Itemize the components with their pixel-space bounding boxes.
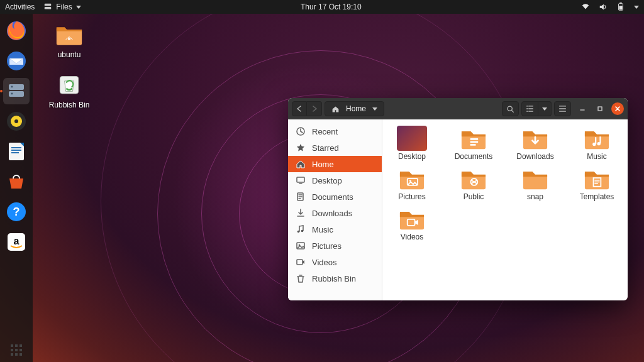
music-icon [296, 224, 306, 234]
file-item-documents[interactable]: Documents [449, 126, 498, 161]
sidebar-item-label: Home [312, 160, 334, 169]
volume-icon[interactable] [599, 3, 608, 11]
sidebar-item-downloads[interactable]: Downloads [288, 205, 382, 221]
svg-rect-4 [619, 3, 622, 4]
sidebar-item-pictures[interactable]: Pictures [288, 238, 382, 254]
file-item-label: Music [572, 152, 621, 161]
folder-templates-icon [582, 166, 612, 191]
dock-amazon[interactable]: a [3, 229, 30, 255]
folder-videos-icon [397, 206, 427, 231]
trash-icon [296, 273, 306, 283]
files-content[interactable]: DesktopDocumentsDownloadsMusicPicturesPu… [382, 119, 628, 300]
files-app-icon [43, 3, 52, 11]
files-sidebar: RecentStarredHomeDesktopDocumentsDownloa… [288, 119, 382, 300]
file-item-templates[interactable]: Templates [572, 166, 621, 201]
svg-rect-16 [11, 150, 21, 151]
folder-home-icon [55, 23, 83, 48]
trash-icon [55, 73, 83, 98]
files-titlebar: Home [288, 98, 628, 119]
file-item-label: Templates [572, 192, 621, 201]
desktop-home-label: ubuntu [44, 50, 94, 59]
path-chevron-icon [372, 107, 377, 111]
file-item-label: Public [449, 192, 498, 201]
svg-rect-8 [9, 91, 24, 97]
file-item-videos[interactable]: Videos [387, 206, 436, 241]
window-close-button[interactable] [611, 102, 624, 115]
file-item-snap[interactable]: snap [511, 166, 560, 201]
svg-point-10 [11, 93, 13, 95]
dock-rhythmbox[interactable] [3, 108, 30, 134]
window-maximize-button[interactable] [594, 102, 606, 115]
files-window: Home RecentStarredHomeDesktopDocumentsDo… [288, 98, 628, 300]
folder-plain-icon [520, 166, 550, 191]
desktop-icon [296, 175, 306, 185]
sidebar-item-label: Starred [312, 143, 339, 153]
folder-public-icon [458, 166, 489, 191]
desktop-trash[interactable]: Rubbish Bin [44, 73, 94, 109]
file-item-desktop[interactable]: Desktop [387, 126, 436, 161]
desktop-home-folder[interactable]: ubuntu [44, 23, 94, 59]
sidebar-item-label: Recent [312, 127, 338, 136]
svg-point-9 [11, 86, 13, 88]
svg-rect-0 [45, 4, 52, 6]
file-item-public[interactable]: Public [449, 166, 498, 201]
dock-libreoffice-writer[interactable] [3, 138, 30, 165]
sidebar-item-desktop[interactable]: Desktop [288, 172, 382, 189]
home-icon [296, 159, 306, 169]
file-item-pictures[interactable]: Pictures [387, 166, 436, 201]
file-item-downloads[interactable]: Downloads [511, 126, 560, 161]
file-item-label: Downloads [511, 152, 560, 161]
hamburger-menu-button[interactable] [554, 101, 571, 116]
file-item-music[interactable]: Music [572, 126, 621, 161]
battery-icon[interactable] [616, 3, 625, 11]
sidebar-item-videos[interactable]: Videos [288, 254, 382, 270]
search-button[interactable] [502, 101, 519, 116]
sidebar-item-starred[interactable]: Starred [288, 140, 382, 156]
dock-files[interactable] [3, 78, 30, 104]
star-icon [296, 143, 306, 153]
network-wifi-icon[interactable] [581, 3, 590, 11]
window-minimize-button[interactable] [576, 102, 589, 115]
view-menu-button[interactable] [538, 101, 552, 116]
system-menu-chevron-icon[interactable] [634, 6, 639, 9]
downloads-icon [296, 208, 306, 218]
sidebar-item-label: Pictures [312, 241, 341, 251]
videos-icon [296, 257, 306, 267]
sidebar-item-trash[interactable]: Rubbish Bin [288, 270, 382, 287]
sidebar-item-label: Rubbish Bin [312, 274, 356, 283]
nav-back-button[interactable] [292, 101, 307, 116]
sidebar-item-label: Downloads [312, 209, 352, 218]
app-menu[interactable]: Files [43, 3, 80, 11]
view-list-button[interactable] [521, 101, 538, 116]
dock-help[interactable]: ? [3, 199, 30, 225]
sidebar-item-documents[interactable]: Documents [288, 189, 382, 205]
desktop-icons: ubuntu Rubbish Bin [44, 23, 94, 109]
dock-firefox[interactable] [3, 18, 30, 44]
sidebar-item-home[interactable]: Home [288, 156, 382, 172]
path-bar[interactable]: Home [325, 101, 384, 116]
clock[interactable]: Thur 17 Oct 19:10 [301, 3, 362, 11]
sidebar-item-music[interactable]: Music [288, 221, 382, 238]
top-panel: Activities Files Thur 17 Oct 19:10 [0, 0, 644, 14]
svg-rect-14 [9, 143, 24, 160]
desktop-wallpaper-icon [397, 126, 427, 151]
file-item-label: snap [511, 192, 560, 201]
folder-downloads-icon [520, 126, 550, 151]
path-label: Home [346, 104, 366, 113]
file-item-label: Pictures [387, 192, 436, 201]
app-menu-label: Files [56, 3, 72, 11]
clock-icon [296, 126, 306, 136]
documents-icon [296, 192, 306, 202]
file-item-label: Documents [449, 152, 498, 161]
home-icon [331, 105, 340, 113]
svg-rect-24 [598, 107, 602, 111]
folder-music-icon [582, 126, 612, 151]
dock-ubuntu-software[interactable] [3, 168, 30, 195]
dock-thunderbird[interactable] [3, 48, 30, 74]
svg-point-23 [508, 106, 512, 111]
svg-rect-1 [45, 7, 52, 9]
nav-forward-button[interactable] [307, 101, 322, 116]
sidebar-item-recent[interactable]: Recent [288, 123, 382, 140]
activities-button[interactable]: Activities [5, 3, 35, 11]
folder-pictures-icon [397, 166, 427, 191]
